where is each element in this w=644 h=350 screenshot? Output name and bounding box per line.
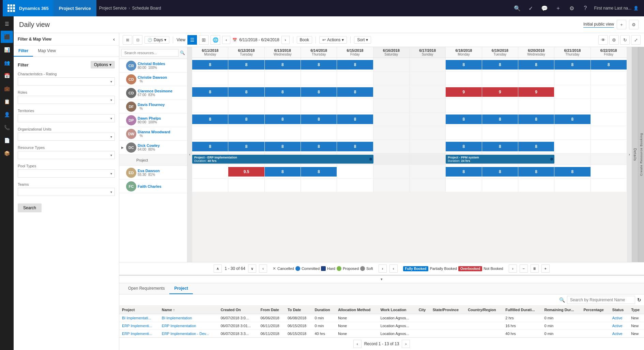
collapse-filter-button[interactable]: ‹ — [113, 36, 115, 42]
day-cell[interactable] — [373, 179, 410, 192]
tab-open-requirements[interactable]: Open Requirements — [123, 283, 169, 294]
day-cell[interactable] — [373, 112, 410, 126]
left-scroll-arrow[interactable]: ‹ — [187, 47, 192, 262]
sort-button[interactable]: Sort ▾ — [354, 36, 371, 44]
pause-button[interactable]: ⏸ — [531, 264, 539, 273]
day-cell[interactable] — [192, 165, 228, 178]
resource-name[interactable]: Eva Dawson — [138, 169, 185, 173]
day-cell[interactable]: 8 — [446, 58, 482, 71]
day-cell[interactable]: 8 — [554, 165, 591, 178]
day-cell[interactable] — [410, 58, 446, 71]
day-cell[interactable] — [301, 126, 337, 139]
eye-icon[interactable]: 👁 — [598, 35, 608, 45]
day-cell[interactable] — [410, 140, 446, 153]
day-cell[interactable] — [518, 72, 554, 85]
day-cell[interactable]: 8 — [265, 112, 301, 126]
day-cell[interactable]: 9.5 — [228, 165, 264, 178]
day-cell[interactable]: 8 — [192, 112, 228, 126]
day-cell[interactable] — [410, 179, 446, 192]
gear-icon[interactable]: ⚙ — [609, 35, 619, 45]
prev-booking-button[interactable]: ‹ — [389, 264, 398, 273]
next-date-button[interactable]: › — [281, 36, 290, 44]
day-cell[interactable]: 8 — [192, 85, 228, 98]
day-cell[interactable] — [265, 72, 301, 85]
characteristics-select[interactable] — [18, 77, 115, 86]
day-cell[interactable] — [373, 140, 410, 153]
day-cell[interactable] — [337, 165, 373, 178]
day-cell[interactable] — [265, 179, 301, 192]
day-cell[interactable]: 9 — [446, 85, 482, 98]
project-booking-bar[interactable]: Project - PPM systemDuration: 24 hrs — [446, 155, 554, 164]
day-cell[interactable]: 8 — [301, 85, 337, 98]
day-cell[interactable] — [446, 72, 482, 85]
briefcase-icon[interactable]: 💼 — [1, 82, 13, 95]
day-cell[interactable]: 8 — [482, 58, 518, 71]
day-cell[interactable]: 8 — [446, 112, 482, 126]
day-cell[interactable]: 8 — [518, 165, 554, 178]
day-cell[interactable] — [228, 99, 264, 112]
day-cell[interactable] — [591, 140, 627, 153]
day-cell[interactable] — [410, 165, 446, 178]
day-cell[interactable] — [446, 126, 482, 139]
org-units-select[interactable] — [18, 133, 115, 141]
days-button[interactable]: 🕐 Days ▾ — [144, 36, 169, 44]
day-cell[interactable]: 8 — [518, 58, 554, 71]
day-cell[interactable] — [337, 179, 373, 192]
day-cell[interactable]: 8 — [554, 112, 591, 126]
options-button[interactable]: Options ▾ — [91, 61, 115, 69]
next-record-button[interactable]: › — [402, 340, 410, 348]
grid-view-button[interactable]: ⊞ — [199, 35, 209, 45]
day-cell[interactable] — [591, 72, 627, 85]
search-icon[interactable]: 🔍 — [511, 2, 523, 14]
cell-name[interactable]: ERP Implementation — [159, 322, 218, 330]
refresh-req-button[interactable]: ↻ — [637, 297, 641, 303]
day-cell[interactable] — [373, 126, 410, 139]
day-cell[interactable] — [482, 179, 518, 192]
add-view-button[interactable]: + — [617, 20, 626, 29]
day-cell[interactable] — [482, 72, 518, 85]
search-button[interactable]: Search — [18, 203, 42, 212]
zoom-in-button[interactable]: + — [541, 264, 550, 273]
day-cell[interactable] — [554, 126, 591, 139]
day-cell[interactable]: 9 — [482, 85, 518, 98]
next-page-button[interactable]: › — [379, 264, 387, 273]
day-cell[interactable] — [373, 72, 410, 85]
day-cell[interactable] — [265, 99, 301, 112]
day-cell[interactable] — [518, 179, 554, 192]
document-icon[interactable]: 📄 — [1, 134, 13, 147]
day-cell[interactable] — [265, 126, 301, 139]
prev-date-button[interactable]: ‹ — [222, 36, 230, 44]
day-cell[interactable]: 8 — [301, 140, 337, 153]
day-cell[interactable] — [446, 99, 482, 112]
expand-up-button[interactable]: ∧ — [214, 264, 222, 273]
day-cell[interactable] — [301, 72, 337, 85]
next-booking-button[interactable]: › — [509, 264, 517, 273]
day-cell[interactable]: 8 — [265, 165, 301, 178]
actions-button[interactable]: ↩ Actions ▾ — [319, 36, 347, 44]
day-cell[interactable] — [228, 179, 264, 192]
phone-icon[interactable]: 📞 — [1, 121, 13, 134]
cell-status[interactable]: Active — [610, 322, 628, 330]
expand-icon[interactable]: ⤢ — [631, 35, 641, 45]
day-cell[interactable]: 8 — [265, 85, 301, 98]
resource-name[interactable]: Christie Dawson — [138, 75, 185, 79]
day-cell[interactable] — [192, 72, 228, 85]
cell-project[interactable]: ERP Implementi... — [119, 330, 159, 338]
list-view-button[interactable]: ☰ — [187, 35, 197, 45]
day-cell[interactable] — [554, 140, 591, 153]
day-cell[interactable]: 8 — [301, 165, 337, 178]
pool-types-select[interactable] — [18, 169, 115, 178]
day-cell[interactable] — [337, 72, 373, 85]
day-cell[interactable] — [482, 126, 518, 139]
cell-name[interactable]: ERP Implementation - Dev... — [159, 330, 218, 338]
day-cell[interactable] — [337, 99, 373, 112]
day-cell[interactable]: 8 — [192, 58, 228, 71]
user-info[interactable]: First name Last na... 👤 — [592, 6, 641, 11]
dynamics365-logo[interactable]: Dynamics 365 — [3, 0, 53, 16]
resource-name[interactable]: Dawn Phelps — [138, 116, 185, 120]
day-cell[interactable] — [410, 72, 446, 85]
day-cell[interactable]: 8 — [337, 112, 373, 126]
day-cell[interactable] — [410, 99, 446, 112]
chat-icon[interactable]: 💬 — [538, 2, 551, 14]
day-cell[interactable] — [373, 58, 410, 71]
